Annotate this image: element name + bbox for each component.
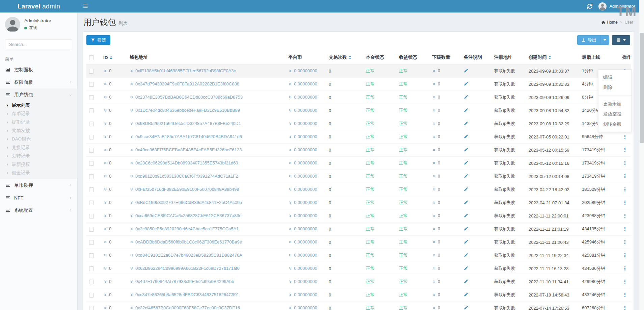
row-actions-kebab-icon[interactable]: ⋮ xyxy=(622,252,627,258)
angle-double-down-icon[interactable]: » xyxy=(103,227,108,231)
wallet-address-link[interactable]: 0x4d7F1790644Af787933c9fF0e2cff9a9B4299A… xyxy=(135,279,234,284)
angle-double-down-icon[interactable]: » xyxy=(288,174,293,179)
row-actions-kebab-icon[interactable]: ⋮ xyxy=(622,226,627,232)
angle-double-down-icon[interactable]: » xyxy=(129,214,135,218)
context-menu-item[interactable]: 编辑 xyxy=(598,72,632,82)
row-checkbox[interactable] xyxy=(89,266,94,271)
export-caret-button[interactable] xyxy=(600,35,609,45)
angle-double-down-icon[interactable]: » xyxy=(103,187,108,192)
wallet-address-link[interactable]: 0x23748E3057BdBAB6C64EDb80ccC8788c69aD87… xyxy=(135,95,243,100)
sidebar-item-1[interactable]: 权限面板 xyxy=(0,76,77,88)
row-actions-kebab-icon[interactable]: ⋮ xyxy=(622,279,627,284)
angle-double-down-icon[interactable]: » xyxy=(288,214,293,218)
angle-double-down-icon[interactable]: » xyxy=(129,201,135,205)
angle-double-down-icon[interactable]: » xyxy=(432,95,437,100)
row-actions-kebab-icon[interactable]: ⋮ xyxy=(622,305,627,310)
angle-double-down-icon[interactable]: » xyxy=(432,161,437,165)
select-all-checkbox[interactable] xyxy=(89,55,94,60)
angle-double-down-icon[interactable]: » xyxy=(432,174,437,179)
row-checkbox[interactable] xyxy=(89,201,94,205)
angle-double-down-icon[interactable]: » xyxy=(103,69,108,73)
context-menu-item[interactable]: 划转余额 xyxy=(598,119,632,129)
row-actions-kebab-icon[interactable]: ⋮ xyxy=(622,186,627,192)
row-actions-kebab-icon[interactable]: ⋮ xyxy=(622,213,627,218)
row-actions-kebab-icon[interactable]: ⋮ xyxy=(622,239,627,245)
edit-pencil-icon[interactable] xyxy=(464,81,468,86)
angle-double-down-icon[interactable]: » xyxy=(288,227,293,231)
edit-pencil-icon[interactable] xyxy=(464,279,468,284)
row-checkbox[interactable] xyxy=(89,280,94,284)
angle-double-down-icon[interactable]: » xyxy=(129,266,135,271)
sidebar-subitem-7[interactable]: ◑最新授权 xyxy=(0,160,77,169)
edit-pencil-icon[interactable] xyxy=(464,253,468,257)
edit-pencil-icon[interactable] xyxy=(464,187,468,191)
context-menu-item[interactable]: 发放空投 xyxy=(598,109,632,119)
angle-double-down-icon[interactable]: » xyxy=(288,69,293,73)
sidebar-subitem-0[interactable]: ◑展示列表 xyxy=(0,101,77,109)
angle-double-down-icon[interactable]: » xyxy=(288,266,293,271)
sort-icon[interactable] xyxy=(349,56,351,59)
row-checkbox[interactable] xyxy=(89,108,94,113)
context-menu-item[interactable]: 删除 xyxy=(598,82,632,93)
angle-double-down-icon[interactable]: » xyxy=(432,148,437,152)
angle-double-down-icon[interactable]: » xyxy=(103,122,108,126)
angle-double-down-icon[interactable]: » xyxy=(288,306,293,310)
row-checkbox[interactable] xyxy=(89,95,94,100)
row-checkbox[interactable] xyxy=(89,82,94,87)
col-header-0[interactable]: ID xyxy=(101,51,127,64)
sidebar-toggle-icon[interactable]: ☰ xyxy=(78,0,93,12)
angle-double-down-icon[interactable]: » xyxy=(432,187,437,192)
angle-double-down-icon[interactable]: » xyxy=(129,306,135,310)
angle-double-down-icon[interactable]: » xyxy=(129,187,135,192)
edit-pencil-icon[interactable] xyxy=(464,200,468,205)
edit-pencil-icon[interactable] xyxy=(464,292,468,297)
export-button[interactable]: 导出 xyxy=(578,35,600,45)
row-checkbox[interactable] xyxy=(89,227,94,232)
sort-icon[interactable] xyxy=(110,56,112,59)
refresh-icon[interactable] xyxy=(587,4,592,9)
angle-double-down-icon[interactable]: » xyxy=(103,174,108,179)
vertical-scrollbar[interactable] xyxy=(639,0,644,310)
edit-pencil-icon[interactable] xyxy=(464,95,468,99)
edit-pencil-icon[interactable] xyxy=(464,213,468,218)
angle-double-down-icon[interactable]: » xyxy=(288,201,293,205)
angle-double-down-icon[interactable]: » xyxy=(432,227,437,231)
wallet-address-link[interactable]: 0x22cf46567B0Cd0090F68F58Ce77ec00c0C37DE… xyxy=(135,305,240,310)
wallet-address-link[interactable]: 0xd98120b91c583130C0aCf6Ff0391274AdC71a1… xyxy=(135,174,238,179)
col-header-3[interactable]: 交易次数 xyxy=(326,51,363,64)
wallet-address-link[interactable]: 0xADDBb6DdaD560f6b0b1C8c062F306Ee61770Ba… xyxy=(135,239,242,244)
edit-pencil-icon[interactable] xyxy=(464,174,468,178)
angle-double-down-icon[interactable]: » xyxy=(103,306,108,310)
wallet-address-link[interactable]: 0xc347e86265b8a6528efFBDC63d4637518264C9… xyxy=(135,292,239,297)
row-checkbox[interactable] xyxy=(89,293,94,298)
wallet-address-link[interactable]: 0x2c9850cB5e8920290ef6e4Cbac5ca1F775CCa5… xyxy=(135,226,239,231)
angle-double-down-icon[interactable]: » xyxy=(129,240,135,244)
angle-double-down-icon[interactable]: » xyxy=(103,95,108,100)
edit-pencil-icon[interactable] xyxy=(464,239,468,244)
context-menu-item[interactable]: 更新余额 xyxy=(598,99,632,109)
angle-double-down-icon[interactable]: » xyxy=(129,227,135,231)
angle-double-down-icon[interactable]: » xyxy=(103,266,108,271)
angle-double-down-icon[interactable]: » xyxy=(288,108,293,113)
row-checkbox[interactable] xyxy=(89,306,94,310)
scrollbar-thumb[interactable] xyxy=(640,33,644,143)
angle-double-down-icon[interactable]: » xyxy=(432,82,437,86)
row-checkbox[interactable] xyxy=(89,174,94,179)
user-menu[interactable]: Administrator xyxy=(598,2,635,10)
search-input[interactable] xyxy=(8,42,69,47)
wallet-address-link[interactable]: 0xca669dCE8f9CACa6c256828CbE612CE36737a8… xyxy=(135,213,241,218)
angle-double-down-icon[interactable]: » xyxy=(103,293,108,297)
angle-double-down-icon[interactable]: » xyxy=(129,280,135,284)
angle-double-down-icon[interactable]: » xyxy=(432,293,437,297)
angle-double-down-icon[interactable]: » xyxy=(103,148,108,152)
row-actions-kebab-icon[interactable]: ⋮ xyxy=(622,292,627,298)
angle-double-down-icon[interactable]: » xyxy=(288,135,293,139)
row-actions-kebab-icon[interactable]: ⋮ xyxy=(622,147,627,153)
wallet-address-link[interactable]: 0xd84C9101E2a6D7e7b49023eD58285C81D88247… xyxy=(135,253,242,258)
wallet-address-link[interactable]: 0x62D962294Cd996999A661B22F1c69D727b171a… xyxy=(135,266,240,271)
angle-double-down-icon[interactable]: » xyxy=(103,201,108,205)
edit-pencil-icon[interactable] xyxy=(464,108,468,112)
sidebar-subitem-4[interactable]: ◑DAO锁仓 xyxy=(0,135,77,143)
angle-double-down-icon[interactable]: » xyxy=(129,148,135,152)
wallet-address-link[interactable]: 0x9cce34F7aB185c7ABA1b7C8140d620B4BDA941… xyxy=(135,134,242,139)
